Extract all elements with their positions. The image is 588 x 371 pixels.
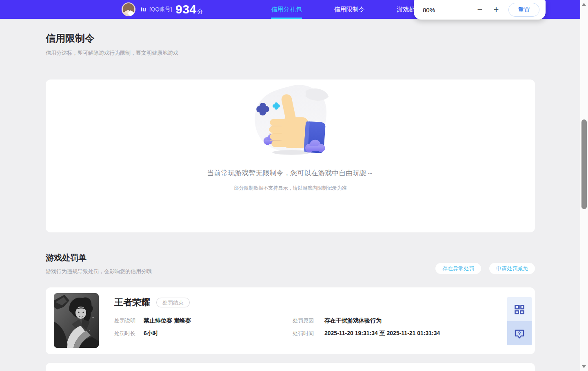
tab-credit-restriction[interactable]: 信用限制令 xyxy=(334,0,365,19)
game-thumbnail xyxy=(54,293,99,348)
punishment-section-header: 游戏处罚单 游戏行为违规导致处罚，会影响您的信用分哦 存在异常处罚 申请处罚减免 xyxy=(46,252,535,275)
zoom-reset-button[interactable]: 重置 xyxy=(508,3,539,17)
reason-label: 处罚原因 xyxy=(293,317,314,325)
status-badge: 处罚结束 xyxy=(156,298,190,307)
avatar[interactable] xyxy=(122,2,135,16)
restriction-empty-card: 当前常玩游戏暂无限制令，您可以在游戏中自由玩耍～ 部分限制数据不支持显示，请以游… xyxy=(46,80,535,232)
restriction-subtitle: 信用分达标，即可解除游戏行为限制，要文明健康地游戏 xyxy=(46,49,535,57)
time-label: 处罚时间 xyxy=(293,330,314,337)
card-title-row: 王者荣耀 处罚结束 xyxy=(114,296,190,309)
desc-label: 处罚说明 xyxy=(114,317,135,325)
svg-text:?: ? xyxy=(518,330,521,336)
scrollbar[interactable] xyxy=(580,0,588,371)
credit-score-unit: 分 xyxy=(197,8,203,15)
zoom-in-button[interactable]: + xyxy=(490,5,502,14)
zoom-out-button[interactable]: − xyxy=(474,5,486,14)
username: iu xyxy=(141,0,146,19)
time-value: 2025-11-20 19:31:34 至 2025-11-21 01:31:3… xyxy=(324,330,440,337)
punishment-card: 王者荣耀 处罚结束 处罚说明 禁止排位赛 巅峰赛 处罚原因 存在干扰游戏体验行为… xyxy=(46,287,535,354)
zoom-level: 80% xyxy=(423,7,435,13)
scrollbar-up-arrow[interactable] xyxy=(582,3,586,6)
account-type: [QQ账号] xyxy=(149,0,172,19)
card-side-buttons: ? xyxy=(507,297,532,345)
desc-value: 禁止排位赛 巅峰赛 xyxy=(144,317,191,325)
punishment-card: 王者荣耀 处罚结束 xyxy=(46,363,535,371)
credit-score: 934分 xyxy=(175,0,203,19)
duration-label: 处罚时长 xyxy=(114,330,135,337)
duration-value: 6小时 xyxy=(144,330,158,337)
abnormal-punishment-button[interactable]: 存在异常处罚 xyxy=(435,263,481,274)
empty-state-note: 部分限制数据不支持显示，请以游戏内限制记录为准 xyxy=(46,185,535,192)
empty-state-message: 当前常玩游戏暂无限制令，您可以在游戏中自由玩耍～ xyxy=(46,168,535,178)
qr-code-button[interactable] xyxy=(507,297,532,321)
game-art-image xyxy=(54,293,99,348)
punishment-reduction-button[interactable]: 申请处罚减免 xyxy=(489,263,535,274)
scrollbar-down-arrow[interactable] xyxy=(582,365,586,368)
thumbs-up-illustration xyxy=(247,80,334,161)
help-button[interactable]: ? xyxy=(507,321,532,345)
main-content: 信用限制令 信用分达标，即可解除游戏行为限制，要文明健康地游戏 xyxy=(46,19,535,371)
game-name: 王者荣耀 xyxy=(114,296,150,309)
reason-value: 存在干扰游戏体验行为 xyxy=(324,317,382,325)
tab-credit-gift[interactable]: 信用分礼包 xyxy=(270,0,303,19)
qr-code-icon xyxy=(514,304,525,315)
punishment-title: 游戏处罚单 xyxy=(46,252,535,263)
credit-score-value: 934 xyxy=(175,2,197,16)
restriction-title: 信用限制令 xyxy=(46,32,535,45)
avatar-image xyxy=(122,2,135,16)
scrollbar-thumb[interactable] xyxy=(581,119,587,209)
punishment-actions: 存在异常处罚 申请处罚减免 xyxy=(435,263,535,274)
question-bubble-icon: ? xyxy=(514,328,525,339)
browser-zoom-bubble: 80% − + 重置 xyxy=(414,0,546,20)
